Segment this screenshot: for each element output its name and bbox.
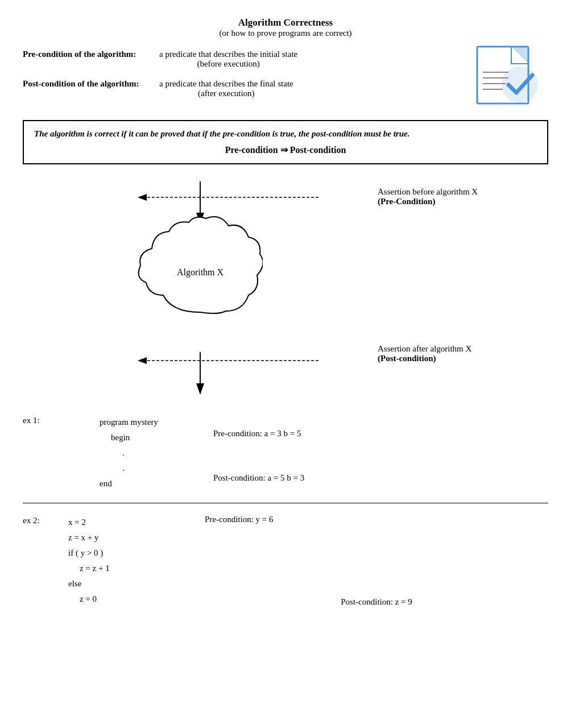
pre-condition-arrow [136,192,318,203]
page-header: Algorithm Correctness (or how to prove p… [23,17,548,38]
postcondition-label: Post-condition of the algorithm: [23,79,159,89]
example2-postcondition: Post-condition: z = 9 [205,597,548,607]
example1-code: program mystery begin . . end [54,415,213,491]
post-condition-arrow [136,355,318,366]
svg-marker-11 [196,383,204,395]
main-title: Algorithm Correctness [23,17,548,28]
postcondition-row: Post-condition of the algorithm: a predi… [23,79,463,98]
assertion-after-label: Assertion after algorithm X (Post-condit… [378,344,548,363]
divider [23,503,548,503]
example1-conditions: Pre-condition: a = 3 b = 5 Post-conditio… [213,415,548,491]
precondition-text: a predicate that describes the initial s… [159,49,297,69]
example1-postcondition: Post-condition: a = 5 b = 3 [213,473,548,483]
example2-conditions: Pre-condition: y = 6 Post-condition: z =… [205,515,548,607]
postcondition-text: a predicate that describes the final sta… [159,79,293,98]
example2-code: x = 2 z = x + y if ( y > 0 ) z = z + 1 e… [57,515,205,607]
example2-label: ex 2: [23,515,57,607]
example2-layout: ex 2: x = 2 z = x + y if ( y > 0 ) z = z… [23,515,548,607]
theorem-box: The algorithm is correct if it can be pr… [23,120,548,164]
assertion-before-label: Assertion before algorithm X (Pre-Condit… [378,187,548,206]
example2-section: ex 2: x = 2 z = x + y if ( y > 0 ) z = z… [23,515,548,607]
definitions-block: Pre-condition of the algorithm: a predic… [23,49,463,109]
diagram-labels: Assertion before algorithm X (Pre-Condit… [378,181,548,398]
example1-section: ex 1: program mystery begin . . end Pre-… [23,415,548,491]
svg-marker-13 [138,194,147,201]
diagram-area: Algorithm X Assertion before algorithm X… [23,181,548,398]
example1-label: ex 1: [23,415,54,425]
example1-precondition: Pre-condition: a = 3 b = 5 [213,429,548,439]
svg-text:Algorithm X: Algorithm X [177,267,224,278]
example2-precondition: Pre-condition: y = 6 [205,515,548,524]
svg-marker-15 [138,357,147,364]
main-subtitle: (or how to prove programs are correct) [23,28,548,38]
example1-content: program mystery begin . . end Pre-condit… [54,415,548,491]
cloud-shape: Algorithm X [138,216,263,324]
precondition-row: Pre-condition of the algorithm: a predic… [23,49,463,69]
theorem-formula: Pre-condition ⇒ Post-condition [34,144,537,155]
top-section: Pre-condition of the algorithm: a predic… [23,49,548,109]
check-icon [474,44,548,106]
precondition-label: Pre-condition of the algorithm: [23,49,159,59]
theorem-text: The algorithm is correct if it can be pr… [34,129,537,139]
